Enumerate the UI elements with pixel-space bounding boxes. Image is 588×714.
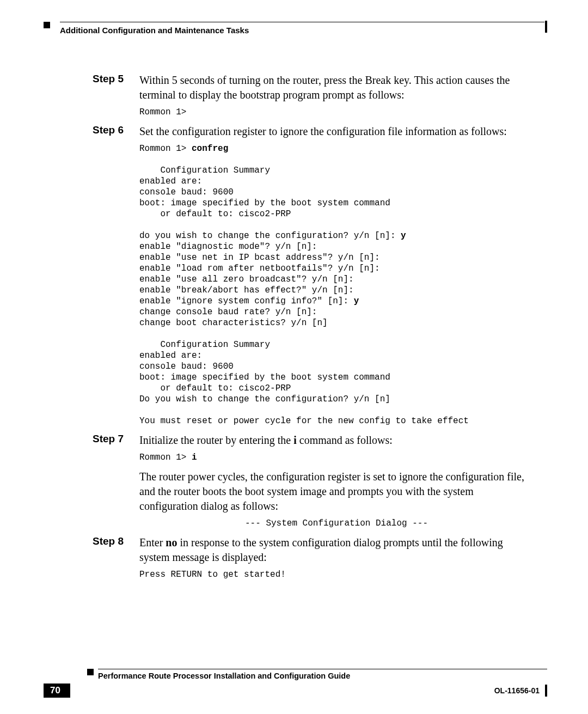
step-label: Step 8 [93, 535, 139, 565]
user-input: y [401, 231, 406, 241]
text-pre: Initialize the router by entering the [139, 434, 293, 446]
content-area: Step 5 Within 5 seconds of turning on th… [93, 73, 534, 580]
footer-square-icon [87, 669, 94, 675]
footer-rule [98, 669, 547, 669]
step-body: Within 5 seconds of turning on the route… [139, 73, 534, 102]
code-block: Press RETURN to get started! [139, 569, 534, 580]
user-input: y [354, 296, 359, 306]
prompt-text: Rommon 1> [139, 144, 192, 154]
footer: Performance Route Processor Installation… [44, 669, 547, 698]
code-text: do you wish to change the configuration?… [139, 231, 401, 241]
text-pre: Enter [139, 536, 166, 548]
text-post: command as follows: [297, 434, 393, 446]
page-number: 70 [44, 684, 70, 698]
step-body: Set the configuration register to ignore… [139, 124, 534, 139]
text-post: in response to the system configuration … [139, 536, 503, 563]
step-label: Step 7 [93, 433, 139, 448]
code-text: Configuration Summary enabled are: conso… [139, 166, 390, 219]
code-text: enable "ignore system config info?" [n]: [139, 296, 354, 306]
section-title: Additional Configuration and Maintenance… [60, 26, 544, 35]
code-text: enable "diagnostic mode"? y/n [n]: enabl… [139, 242, 380, 295]
step-5: Step 5 Within 5 seconds of turning on th… [93, 73, 534, 102]
step-body: Initialize the router by entering the i … [139, 433, 534, 448]
step-6: Step 6 Set the configuration register to… [93, 124, 534, 139]
prompt-text: Rommon 1> [139, 453, 192, 462]
code-block: Rommon 1> confreg Configuration Summary … [139, 143, 534, 426]
header-bar: Additional Configuration and Maintenance… [60, 22, 544, 35]
code-text: change console baud rate? y/n [n]: chang… [139, 307, 469, 426]
guide-title: Performance Route Processor Installation… [98, 672, 547, 680]
doc-id: OL-11656-01 [494, 686, 540, 695]
step-label: Step 6 [93, 124, 139, 139]
header-square-icon [44, 22, 50, 28]
command-text: i [192, 453, 197, 462]
command-text: confreg [192, 144, 228, 154]
crop-mark-icon [545, 21, 547, 33]
step-label: Step 5 [93, 73, 139, 102]
code-block: --- System Configuration Dialog --- [139, 518, 534, 529]
code-block: Rommon 1> [139, 107, 534, 118]
code-block: Rommon 1> i [139, 452, 534, 463]
step-paragraph: The router power cycles, the configurati… [139, 469, 534, 514]
crop-mark-icon [545, 685, 547, 697]
footer-bottom: 70 OL-11656-01 [44, 684, 547, 698]
text-bold: no [166, 536, 177, 548]
page: Additional Configuration and Maintenance… [0, 0, 588, 580]
step-body: Enter no in response to the system confi… [139, 535, 534, 565]
step-7: Step 7 Initialize the router by entering… [93, 433, 534, 448]
step-8: Step 8 Enter no in response to the syste… [93, 535, 534, 565]
